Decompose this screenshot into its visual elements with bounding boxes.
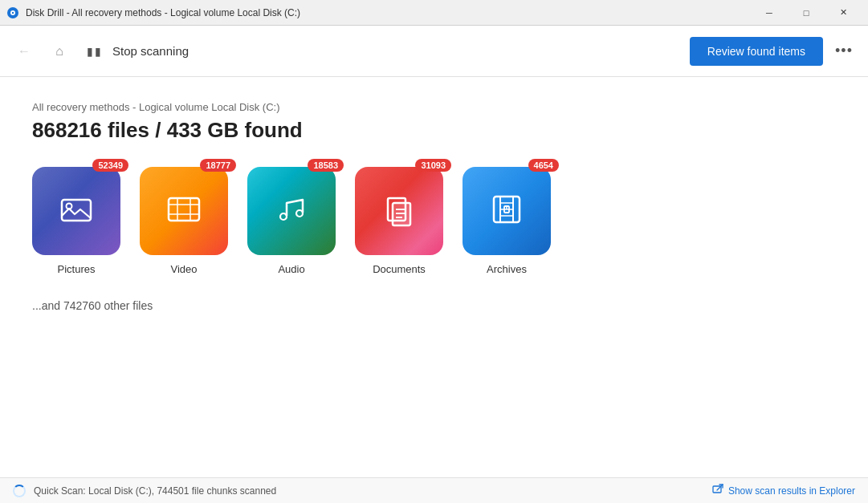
- archives-badge: 4654: [528, 159, 559, 172]
- back-icon: ←: [18, 44, 31, 59]
- category-tile-pictures: 52349: [32, 167, 120, 255]
- category-tile-documents: 31093: [355, 167, 443, 255]
- svg-rect-5: [169, 198, 199, 221]
- archives-icon: [489, 192, 524, 230]
- svg-point-2: [12, 11, 14, 13]
- window-controls: ─ □ ✕: [751, 0, 862, 26]
- archives-label: Archives: [487, 263, 527, 275]
- documents-icon: [381, 192, 417, 230]
- stop-scanning-label: Stop scanning: [112, 44, 189, 58]
- svg-rect-3: [62, 200, 91, 221]
- video-icon: [166, 192, 202, 230]
- home-icon: ⌂: [55, 44, 63, 59]
- pause-icon: ▮▮: [87, 45, 103, 58]
- explorer-link-text: Show scan results in Explorer: [728, 485, 855, 497]
- toolbar: ← ⌂ ▮▮ Stop scanning Review found items …: [0, 26, 868, 77]
- main-content: All recovery methods - Logical volume Lo…: [0, 77, 868, 477]
- titlebar: Disk Drill - All recovery methods - Logi…: [0, 0, 868, 26]
- show-in-explorer-link[interactable]: Show scan results in Explorer: [712, 484, 855, 497]
- toolbar-left: ← ⌂ ▮▮ Stop scanning: [10, 37, 683, 66]
- statusbar: Quick Scan: Local Disk (C:), 744501 file…: [0, 477, 868, 503]
- explorer-link-icon: [712, 484, 723, 497]
- scan-subtitle: All recovery methods - Logical volume Lo…: [32, 101, 836, 113]
- svg-point-11: [296, 210, 303, 217]
- pictures-icon: [59, 192, 94, 230]
- svg-line-26: [717, 485, 723, 490]
- other-files-text: ...and 742760 other files: [32, 299, 836, 312]
- audio-badge: 18583: [308, 159, 344, 172]
- category-item-video[interactable]: 18777 Video: [140, 167, 228, 275]
- documents-label: Documents: [373, 263, 426, 275]
- category-tile-archives: 4654: [463, 167, 551, 255]
- category-item-archives[interactable]: 4654 Archives: [463, 167, 551, 275]
- close-button[interactable]: ✕: [825, 0, 862, 26]
- more-options-button[interactable]: •••: [829, 37, 858, 66]
- status-text: Quick Scan: Local Disk (C:), 744501 file…: [34, 485, 276, 497]
- video-label: Video: [170, 263, 197, 275]
- titlebar-title: Disk Drill - All recovery methods - Logi…: [26, 7, 751, 18]
- pictures-label: Pictures: [58, 263, 96, 275]
- audio-label: Audio: [278, 263, 304, 275]
- categories-container: 52349 Pictures 18777: [32, 167, 836, 275]
- toolbar-right: Review found items •••: [690, 37, 858, 66]
- audio-icon: [274, 192, 309, 230]
- minimize-button[interactable]: ─: [751, 0, 788, 26]
- svg-point-10: [280, 213, 287, 220]
- category-item-audio[interactable]: 18583 Audio: [247, 167, 336, 275]
- category-tile-video: 18777: [140, 167, 228, 255]
- svg-rect-13: [393, 203, 410, 225]
- status-left: Quick Scan: Local Disk (C:), 744501 file…: [13, 485, 276, 497]
- maximize-button[interactable]: □: [788, 0, 825, 26]
- scan-title: 868216 files / 433 GB found: [32, 118, 836, 143]
- category-tile-audio: 18583: [247, 167, 336, 255]
- review-found-items-button[interactable]: Review found items: [690, 37, 823, 66]
- documents-badge: 31093: [415, 159, 451, 172]
- app-icon: [6, 6, 19, 19]
- category-item-documents[interactable]: 31093 Documents: [355, 167, 443, 275]
- pictures-badge: 52349: [92, 159, 128, 172]
- more-icon: •••: [835, 43, 853, 59]
- home-button[interactable]: ⌂: [45, 37, 74, 66]
- pause-button[interactable]: ▮▮: [84, 40, 106, 63]
- video-badge: 18777: [200, 159, 236, 172]
- scan-spinner: [13, 485, 26, 497]
- back-button[interactable]: ←: [10, 37, 39, 66]
- category-item-pictures[interactable]: 52349 Pictures: [32, 167, 120, 275]
